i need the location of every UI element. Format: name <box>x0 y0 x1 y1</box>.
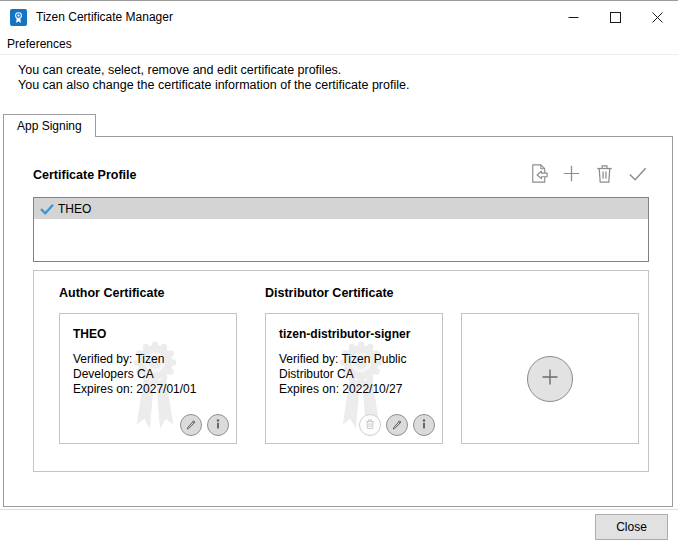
set-active-profile-button[interactable] <box>625 163 649 187</box>
tizen-certificate-manager-window: { "titlebar": { "title": "Tizen Certific… <box>0 0 678 550</box>
distributor-certificate-heading: Distributor Certificate <box>265 286 394 300</box>
profile-name: THEO <box>58 202 91 216</box>
window-title: Tizen Certificate Manager <box>36 10 173 24</box>
distributor-certificate-info-button[interactable] <box>413 414 435 436</box>
plus-icon <box>539 366 561 392</box>
edit-author-certificate-button[interactable] <box>180 414 202 436</box>
intro-text: You can create, select, remove and edit … <box>18 63 668 93</box>
import-profile-button[interactable] <box>526 163 550 187</box>
certificate-profile-header: Certificate Profile <box>33 163 649 187</box>
add-certificate-button[interactable] <box>527 356 573 402</box>
app-logo-icon <box>10 9 27 26</box>
distributor-certificate-info: Verified by: Tizen Public Distributor CA… <box>266 341 442 397</box>
pencil-icon <box>391 416 403 434</box>
remove-profile-button[interactable] <box>592 163 616 187</box>
author-verified-by: Verified by: Tizen Developers CA <box>73 352 223 382</box>
import-profile-icon <box>527 162 550 189</box>
edit-distributor-certificate-button[interactable] <box>386 414 408 436</box>
active-profile-check-icon <box>39 201 55 217</box>
distributor-card-actions <box>359 414 435 436</box>
add-profile-button[interactable] <box>559 163 583 187</box>
certificates-box: Author Certificate Distributor Certifica… <box>33 270 649 472</box>
menu-preferences[interactable]: Preferences <box>0 33 79 54</box>
distributor-certificate-name: tizen-distributor-signer <box>266 314 442 341</box>
remove-profile-icon <box>593 162 616 189</box>
author-card-actions <box>180 414 229 436</box>
intro-line-1: You can create, select, remove and edit … <box>18 63 668 78</box>
info-icon <box>418 416 430 434</box>
profile-toolbar <box>526 163 649 187</box>
pencil-icon <box>185 416 197 434</box>
set-active-profile-icon <box>626 162 649 189</box>
tab-app-signing[interactable]: App Signing <box>3 114 96 137</box>
certificate-profile-list: THEO <box>33 197 649 262</box>
titlebar: Tizen Certificate Manager <box>0 1 678 33</box>
info-icon <box>212 416 224 434</box>
certificate-profile-title: Certificate Profile <box>33 168 137 182</box>
add-profile-icon <box>560 162 583 189</box>
author-certificate-name: THEO <box>60 314 236 341</box>
empty-certificate-card <box>461 313 639 444</box>
author-expires-on: Expires on: 2027/01/01 <box>73 382 223 397</box>
author-certificate-card: THEO Verified by: Tizen Developers CA Ex… <box>59 313 237 444</box>
distributor-verified-by: Verified by: Tizen Public Distributor CA <box>279 352 429 382</box>
footer-separator <box>0 509 678 510</box>
minimize-button[interactable] <box>552 1 594 33</box>
close-window-button[interactable] <box>636 1 678 33</box>
profile-row-theo[interactable]: THEO <box>34 198 648 219</box>
maximize-button[interactable] <box>594 1 636 33</box>
intro-line-2: You can also change the certificate info… <box>18 78 668 93</box>
window-controls <box>552 1 678 33</box>
delete-distributor-certificate-button[interactable] <box>359 414 381 436</box>
author-certificate-heading: Author Certificate <box>59 286 165 300</box>
trash-icon <box>364 416 376 434</box>
distributor-expires-on: Expires on: 2022/10/27 <box>279 382 429 397</box>
menubar: Preferences <box>0 33 678 55</box>
app-signing-panel: Certificate Profile <box>3 136 673 507</box>
close-button[interactable]: Close <box>595 514 668 540</box>
author-certificate-info: Verified by: Tizen Developers CA Expires… <box>60 341 236 397</box>
distributor-certificate-card: tizen-distributor-signer Verified by: Ti… <box>265 313 443 444</box>
author-certificate-info-button[interactable] <box>207 414 229 436</box>
